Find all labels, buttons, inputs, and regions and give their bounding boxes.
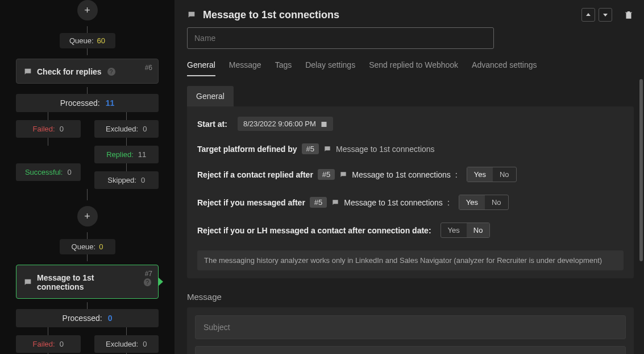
reject-both-toggle: Yes No <box>441 223 491 238</box>
tab-message[interactable]: Message <box>229 60 261 76</box>
step-tag: #5 <box>310 197 327 208</box>
name-input[interactable] <box>187 27 494 49</box>
chat-icon <box>323 145 331 153</box>
node-index: #6 <box>145 64 152 72</box>
reject-messaged-toggle: Yes No <box>459 195 509 210</box>
excluded-chip: Excluded:0 <box>94 335 159 353</box>
help-icon[interactable]: ? <box>107 68 115 76</box>
tab-advanced[interactable]: Advanced settings <box>472 60 537 76</box>
target-platform-label: Target platform defined by <box>197 145 297 154</box>
chip-value: 11 <box>138 150 146 159</box>
toggle-yes[interactable]: Yes <box>459 195 485 209</box>
chip-value: 0 <box>60 340 64 348</box>
start-at-label: Start at: <box>197 120 227 129</box>
start-at-field[interactable]: 8/23/2022 9:06:00 PM <box>238 117 333 131</box>
processed-value: 11 <box>106 98 115 108</box>
node-title: Message to 1st connections <box>37 273 138 291</box>
info-note: The messaging history analyzer works onl… <box>197 250 624 270</box>
reject-replied-toggle: Yes No <box>467 167 517 182</box>
chip-label: Failed: <box>33 340 55 348</box>
chip-label: Excluded: <box>106 125 138 133</box>
delete-button[interactable] <box>624 10 634 20</box>
workflow-node-active[interactable]: #7 Message to 1st connections ? <box>16 265 159 299</box>
calendar-icon <box>321 121 327 127</box>
add-step-button[interactable]: + <box>77 206 98 227</box>
chip-value: 0 <box>67 168 71 176</box>
add-step-button[interactable]: + <box>77 0 98 20</box>
excluded-chip: Excluded:0 <box>94 120 159 138</box>
message-section-label: Message <box>187 292 634 302</box>
node-index: #7 <box>145 270 152 278</box>
processed-badge: Processed:11 <box>16 94 159 112</box>
chip-label: Successful: <box>25 168 63 176</box>
workflow-sidebar: + Queue:60 #6 Check for replies ? Proces… <box>0 0 174 354</box>
successful-chip: Successful:0 <box>16 163 81 181</box>
chip-label: Replied: <box>106 150 134 159</box>
active-indicator-icon <box>158 277 163 286</box>
queue-value: 60 <box>97 36 105 45</box>
tab-tags[interactable]: Tags <box>275 60 292 76</box>
section-tab-general[interactable]: General <box>187 86 234 106</box>
subject-input[interactable] <box>195 315 626 339</box>
toggle-yes[interactable]: Yes <box>441 223 467 237</box>
failed-chip: Failed:0 <box>16 120 81 138</box>
queue-badge: Queue:0 <box>60 239 115 254</box>
queue-label: Queue: <box>69 36 94 45</box>
chip-label: Failed: <box>33 125 55 133</box>
tab-delay[interactable]: Delay settings <box>305 60 355 76</box>
scrollbar[interactable] <box>639 79 643 261</box>
chip-value: 0 <box>141 176 145 184</box>
processed-label: Processed: <box>63 314 102 323</box>
replied-chip: Replied:11 <box>94 146 159 163</box>
tab-webhook[interactable]: Send replied to Webhook <box>369 60 458 76</box>
general-section: Start at: 8/23/2022 9:06:00 PM Target pl… <box>187 106 634 278</box>
processed-label: Processed: <box>60 98 100 108</box>
start-at-value: 8/23/2022 9:06:00 PM <box>243 120 316 128</box>
tab-general[interactable]: General <box>187 60 215 76</box>
chip-value: 0 <box>143 125 147 133</box>
chip-label: Excluded: <box>106 340 138 348</box>
toggle-no[interactable]: No <box>485 195 508 209</box>
reject-messaged-label: Reject if you messaged after <box>197 198 305 207</box>
toggle-no[interactable]: No <box>493 167 516 182</box>
reject-both-label: Reject if you or LH messaged a contact a… <box>197 226 431 235</box>
failed-chip: Failed:0 <box>16 335 81 353</box>
toggle-no[interactable]: No <box>467 223 490 237</box>
step-reference[interactable]: Message to 1st connections <box>344 198 443 207</box>
step-reference[interactable]: Message to 1st connections <box>336 145 435 154</box>
processed-value: 0 <box>108 314 113 323</box>
move-down-button[interactable] <box>599 8 612 22</box>
chat-icon <box>339 171 347 179</box>
chip-value: 0 <box>60 125 64 133</box>
chat-icon <box>23 67 32 76</box>
chat-icon <box>187 10 196 19</box>
skipped-chip: Skipped:0 <box>94 171 159 189</box>
move-up-button[interactable] <box>581 8 595 22</box>
message-section <box>187 307 634 354</box>
workflow-node[interactable]: #6 Check for replies ? <box>16 59 159 84</box>
settings-tabs: General Message Tags Delay settings Send… <box>187 60 634 77</box>
queue-label: Queue: <box>72 242 96 251</box>
panel-title: Message to 1st connections <box>203 9 575 21</box>
processed-badge: Processed:0 <box>16 309 159 327</box>
chat-icon <box>331 199 339 207</box>
step-tag: #5 <box>302 143 319 154</box>
reject-replied-label: Reject if a contact replied after <box>197 170 313 179</box>
queue-value: 0 <box>99 242 103 251</box>
queue-badge: Queue:60 <box>60 33 115 48</box>
chip-label: Skipped: <box>107 176 136 184</box>
node-title: Check for replies <box>37 67 102 76</box>
chip-value: 0 <box>143 340 147 348</box>
help-icon[interactable]: ? <box>144 278 151 286</box>
settings-panel: Message to 1st connections General Messa… <box>174 0 644 354</box>
message-textarea[interactable] <box>195 346 626 354</box>
toggle-yes[interactable]: Yes <box>467 167 493 182</box>
step-tag: #5 <box>318 169 335 180</box>
chat-icon <box>23 278 32 287</box>
step-reference[interactable]: Message to 1st connections <box>352 170 451 179</box>
